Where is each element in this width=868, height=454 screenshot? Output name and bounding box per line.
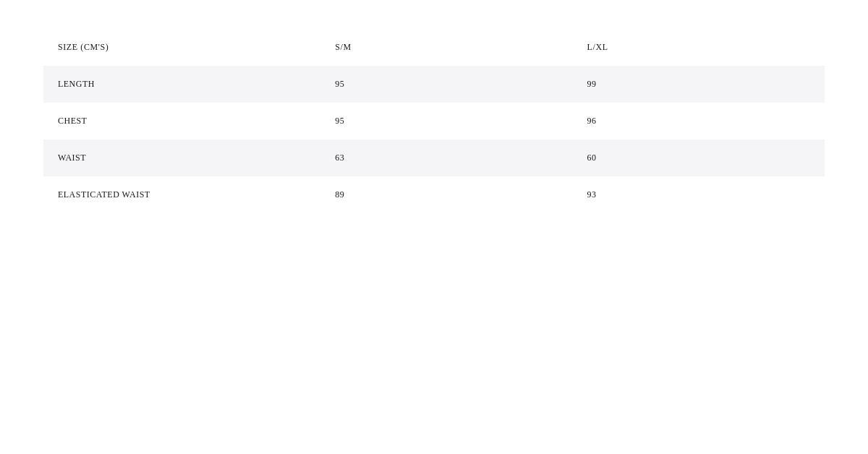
size-table-container: SIZE (CM'S) S/M L/XL LENGTH9599CHEST9596… bbox=[0, 0, 868, 242]
row-label: ELASTICATED WAIST bbox=[43, 176, 320, 213]
header-lxl: L/XL bbox=[573, 29, 825, 66]
row-label: CHEST bbox=[43, 103, 320, 140]
row-sm-value: 63 bbox=[320, 140, 572, 176]
table-row: ELASTICATED WAIST8993 bbox=[43, 176, 825, 213]
row-sm-value: 95 bbox=[320, 103, 572, 140]
row-sm-value: 89 bbox=[320, 176, 572, 213]
row-label: WAIST bbox=[43, 140, 320, 176]
row-lxl-value: 96 bbox=[573, 103, 825, 140]
table-header-row: SIZE (CM'S) S/M L/XL bbox=[43, 29, 825, 66]
table-row: WAIST6360 bbox=[43, 140, 825, 176]
header-sm: S/M bbox=[320, 29, 572, 66]
table-row: LENGTH9599 bbox=[43, 66, 825, 103]
row-label: LENGTH bbox=[43, 66, 320, 103]
header-size-cms: SIZE (CM'S) bbox=[43, 29, 320, 66]
row-sm-value: 95 bbox=[320, 66, 572, 103]
table-row: CHEST9596 bbox=[43, 103, 825, 140]
size-table: SIZE (CM'S) S/M L/XL LENGTH9599CHEST9596… bbox=[43, 29, 825, 213]
row-lxl-value: 60 bbox=[573, 140, 825, 176]
row-lxl-value: 93 bbox=[573, 176, 825, 213]
row-lxl-value: 99 bbox=[573, 66, 825, 103]
